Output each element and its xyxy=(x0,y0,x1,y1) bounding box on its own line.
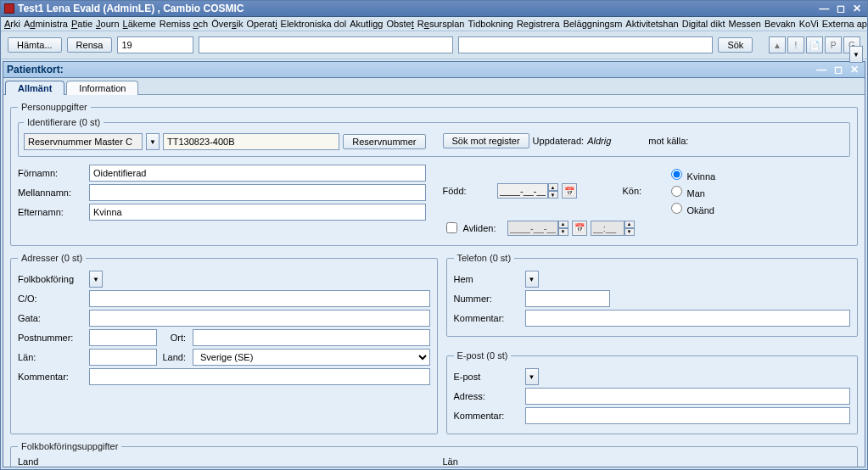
tel-nummer-field[interactable] xyxy=(525,290,610,307)
avliden-time-spinner[interactable]: ▲▼ xyxy=(591,221,635,236)
avliden-time-field xyxy=(591,221,624,236)
tool-icon-1[interactable]: ▲ xyxy=(769,36,786,53)
pg-p[interactable]: P xyxy=(825,36,842,53)
sub-close-button[interactable]: ✕ xyxy=(848,64,861,76)
menu-externa[interactable]: Externa applik: xyxy=(822,19,867,29)
patientkort-window: Patientkort: — ◻ ✕ Allmänt Information P… xyxy=(3,61,865,467)
adress-typ-dropdown[interactable]: ▼ xyxy=(89,271,103,288)
window-controls: — ◻ ✕ xyxy=(817,3,864,14)
efternamn-label: Efternamn: xyxy=(18,207,86,217)
efternamn-field[interactable] xyxy=(89,204,426,221)
menu-aktivitet[interactable]: Aktivitetshan xyxy=(625,19,678,29)
menu-tidbokning[interactable]: Tidbokning xyxy=(468,19,512,29)
tool-icon-2[interactable]: ! xyxy=(787,36,804,53)
menu-kovi[interactable]: KoVi xyxy=(799,19,819,29)
menu-belaggning[interactable]: Beläggningsm xyxy=(563,19,623,29)
menu-messenger[interactable]: Messen xyxy=(728,19,761,29)
postnr-field[interactable] xyxy=(89,329,157,346)
personuppgifter-legend: Personuppgifter xyxy=(18,102,91,112)
reservnummer-button[interactable]: Reservnummer xyxy=(343,134,425,149)
folkbokforing-legend: Folkbokföringsuppgifter xyxy=(18,441,121,451)
number-field[interactable] xyxy=(117,36,193,53)
close-button[interactable]: ✕ xyxy=(850,3,864,14)
kon-kvinna[interactable]: Kvinna xyxy=(667,166,716,182)
calendar-icon[interactable]: 📅 xyxy=(562,183,577,199)
menu-administration[interactable]: Administra xyxy=(24,19,68,29)
tel-nummer-label: Nummer: xyxy=(454,294,522,304)
kon-man[interactable]: Man xyxy=(667,183,716,199)
ort-label: Ort: xyxy=(160,333,186,343)
epost-typ-label: E-post xyxy=(454,372,522,382)
adr-kommentar-field[interactable] xyxy=(89,368,430,385)
menu-elektroniska[interactable]: Elektroniska dol xyxy=(281,19,347,29)
menu-bevakning[interactable]: Bevakn xyxy=(764,19,796,29)
sok-mot-register-button[interactable]: Sök mot register xyxy=(443,133,529,148)
search-field-2[interactable] xyxy=(458,36,713,53)
menu-oversikt[interactable]: Översik xyxy=(211,19,243,29)
app-window: Test1 Lena Evald (AdminLE) , Cambio COSM… xyxy=(0,0,868,470)
fodd-label: Född: xyxy=(443,186,494,196)
mellannamn-field[interactable] xyxy=(89,184,426,201)
sub-minimize-button[interactable]: — xyxy=(815,64,828,76)
main-titlebar: Test1 Lena Evald (AdminLE) , Cambio COSM… xyxy=(1,1,867,17)
content-area: Personuppgifter Identifierare (0 st) ▼ R… xyxy=(3,95,865,467)
adr-kommentar-label: Kommentar: xyxy=(18,372,86,382)
tel-typ-dropdown[interactable]: ▼ xyxy=(525,271,539,288)
tabs: Allmänt Information xyxy=(3,78,865,95)
tab-allmant[interactable]: Allmänt xyxy=(5,81,64,95)
menu-resursplan[interactable]: Resursplan xyxy=(417,19,465,29)
identifierare-legend: Identifierare (0 st) xyxy=(24,117,104,127)
tool-icon-3[interactable]: 📄 xyxy=(806,36,823,53)
minimize-button[interactable]: — xyxy=(817,3,831,14)
menu-patient[interactable]: Patie xyxy=(71,19,92,29)
kon-okand[interactable]: Okänd xyxy=(667,200,716,215)
menu-journal[interactable]: Journ xyxy=(96,19,120,29)
gata-field[interactable] xyxy=(89,310,430,327)
tel-typ-label: Hem xyxy=(454,274,522,284)
menu-arkiv[interactable]: Arki xyxy=(4,19,20,29)
uppdaterad-label: Uppdaterad: xyxy=(533,136,585,146)
menu-akutliggare[interactable]: Akutligg xyxy=(350,19,383,29)
adr-lan-field[interactable] xyxy=(89,349,157,366)
fornamn-label: Förnamn: xyxy=(18,168,86,178)
rensa-button[interactable]: Rensa xyxy=(67,37,113,53)
menubar: Arki Administra Patie Journ Läkeme Remis… xyxy=(1,17,867,31)
epost-legend: E-post (0 st) xyxy=(454,350,512,361)
id-type-field[interactable] xyxy=(24,133,143,150)
menu-obstetrix[interactable]: Obstet xyxy=(386,19,413,29)
hamta-button[interactable]: Hämta... xyxy=(8,37,62,53)
ort-field[interactable] xyxy=(193,329,430,346)
telefon-legend: Telefon (0 st) xyxy=(454,253,515,263)
id-type-dropdown[interactable]: ▼ xyxy=(146,133,160,150)
menu-registrera[interactable]: Registrera xyxy=(517,19,560,29)
id-value-field[interactable] xyxy=(163,133,339,150)
adr-land-select[interactable]: Sverige (SE) xyxy=(193,349,430,366)
menu-remiss[interactable]: Remiss och xyxy=(160,19,208,29)
epost-adress-label: Adress: xyxy=(454,391,522,401)
epost-typ-dropdown[interactable]: ▼ xyxy=(525,368,539,385)
avliden-label: Avliden: xyxy=(463,223,504,233)
mot-kalla-label: mot källa: xyxy=(648,136,688,146)
fodd-date-field[interactable] xyxy=(497,183,548,199)
tab-information[interactable]: Information xyxy=(66,81,138,95)
sok-button[interactable]: Sök xyxy=(718,37,753,53)
tel-kommentar-field[interactable] xyxy=(525,310,851,327)
fodd-date-spinner[interactable]: ▲▼ xyxy=(497,183,558,199)
menu-lakemedel[interactable]: Läkeme xyxy=(123,19,156,29)
epost-adress-field[interactable] xyxy=(525,388,851,405)
search-field-1[interactable] xyxy=(199,36,453,53)
avliden-date-spinner[interactable]: ▲▼ xyxy=(507,221,568,236)
adress-typ-label: Folkbokföring xyxy=(18,274,86,284)
avliden-checkbox[interactable] xyxy=(446,222,457,233)
sub-maximize-button[interactable]: ◻ xyxy=(832,64,845,76)
tel-kommentar-label: Kommentar: xyxy=(454,313,522,323)
fornamn-field[interactable] xyxy=(89,165,426,182)
identifierare-fieldset: Identifierare (0 st) ▼ Reservnummer xyxy=(18,117,850,157)
menu-digital-dikt[interactable]: Digital dikt xyxy=(682,19,725,29)
maximize-button[interactable]: ◻ xyxy=(834,3,848,14)
epost-kommentar-field[interactable] xyxy=(525,407,851,424)
toolbar-overflow[interactable]: ▼ xyxy=(849,46,863,63)
menu-operation[interactable]: Operati xyxy=(247,19,277,29)
epost-fieldset: E-post (0 st) E-post ▼ Adress: Kommentar… xyxy=(446,350,859,434)
co-field[interactable] xyxy=(89,290,430,307)
